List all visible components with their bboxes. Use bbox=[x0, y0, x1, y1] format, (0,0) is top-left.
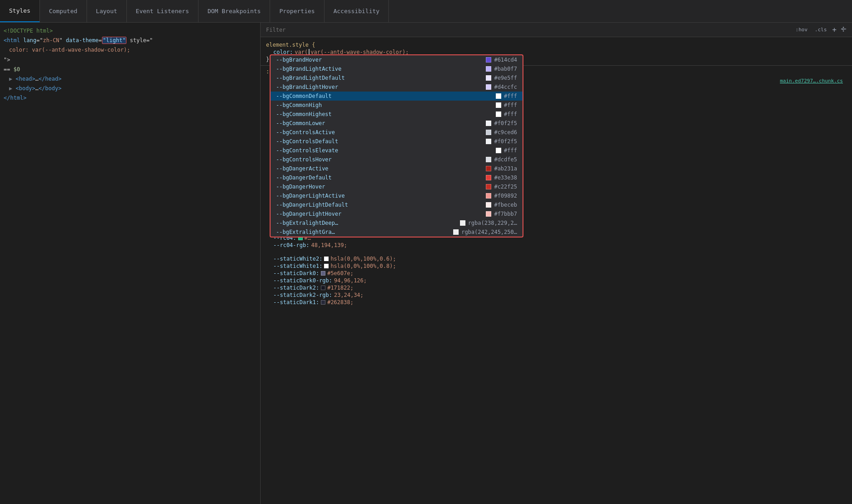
element-style-selector: element.style { bbox=[266, 42, 847, 48]
color-swatch bbox=[486, 75, 491, 81]
css-prop-line: --rc04-rgb: 48,194,139; bbox=[266, 242, 847, 249]
main-content: <!DOCTYPE html> <html lang="zh-CN" data-… bbox=[0, 23, 852, 504]
dom-close-attr: "> bbox=[0, 55, 260, 65]
add-style-button[interactable]: + bbox=[832, 25, 837, 34]
dom-body[interactable]: ▶ <body>…</body> bbox=[0, 84, 260, 93]
css-prop-line: --staticDark0-rgb: 94,96,126; bbox=[266, 277, 847, 284]
autocomplete-item[interactable]: --bgBrandLightHover#d4ccfc bbox=[271, 82, 523, 92]
dom-style-value: color: var(--antd-wave-shadow-color); bbox=[0, 45, 260, 55]
dom-head[interactable]: ▶ <head>…</head> bbox=[0, 74, 260, 84]
color-swatch bbox=[486, 66, 491, 72]
color-swatch bbox=[486, 175, 491, 180]
settings-icon[interactable] bbox=[840, 26, 847, 34]
tab-styles[interactable]: Styles bbox=[0, 0, 40, 22]
color-swatch bbox=[486, 157, 491, 162]
tab-layout[interactable]: Layout bbox=[87, 0, 127, 22]
autocomplete-item[interactable]: --bgDangerLightActive#f09892 bbox=[271, 191, 523, 200]
hov-button[interactable]: :hov bbox=[794, 26, 809, 34]
color-swatch bbox=[324, 257, 329, 261]
tab-event-listeners[interactable]: Event Listeners bbox=[127, 0, 198, 22]
styles-panel: :hov .cls + element.style { bbox=[261, 23, 852, 504]
color-swatch bbox=[486, 84, 491, 90]
autocomplete-item[interactable]: --bgBrandLightDefault#e9e5ff bbox=[271, 73, 523, 82]
bottom-static-props: --staticWhite2: hsla(0,0%,100%,0.6);--st… bbox=[261, 253, 852, 308]
element-style-area: element.style { color: var(var(--antd-wa… bbox=[261, 40, 852, 66]
autocomplete-item[interactable]: --bgCommonLower#f0f2f5 bbox=[271, 119, 523, 128]
color-swatch bbox=[496, 148, 501, 153]
color-swatch bbox=[324, 264, 329, 268]
dom-dollar-eq: == $0 bbox=[0, 65, 260, 74]
autocomplete-item[interactable]: --bgControlsActive#c9ced6 bbox=[271, 128, 523, 137]
cls-button[interactable]: .cls bbox=[813, 26, 829, 34]
color-swatch bbox=[486, 139, 491, 144]
autocomplete-item[interactable]: --bgBrandLightActive#bab0f7 bbox=[271, 64, 523, 73]
tab-accessibility[interactable]: Accessibility bbox=[324, 0, 389, 22]
color-swatch bbox=[453, 229, 459, 235]
color-swatch bbox=[486, 121, 491, 126]
autocomplete-item[interactable]: --bgControlsHover#dcdfe5 bbox=[271, 155, 523, 164]
tab-bar: Styles Computed Layout Event Listeners D… bbox=[0, 0, 852, 23]
css-prop-line: --staticWhite2: hsla(0,0%,100%,0.6); bbox=[266, 255, 847, 262]
autocomplete-dropdown: --bgBrandHover#614cd4--bgBrandLightActiv… bbox=[270, 54, 523, 237]
tab-dom-breakpoints[interactable]: DOM Breakpoints bbox=[198, 0, 270, 22]
autocomplete-item[interactable]: --bgExtralightDeep…rgba(238,229,2… bbox=[271, 218, 523, 228]
dom-html-open[interactable]: <html lang="zh-CN" data-theme="light" st… bbox=[0, 36, 260, 45]
tab-computed[interactable]: Computed bbox=[40, 0, 87, 22]
color-swatch bbox=[496, 93, 501, 99]
color-swatch bbox=[486, 166, 491, 171]
autocomplete-item[interactable]: --bgControlsDefault#f0f2f5 bbox=[271, 137, 523, 146]
dom-panel: <!DOCTYPE html> <html lang="zh-CN" data-… bbox=[0, 23, 261, 504]
autocomplete-item[interactable]: --bgDangerDefault#e33e38 bbox=[271, 173, 523, 182]
autocomplete-item[interactable]: --bgExtralightGra…rgba(242,245,250… bbox=[271, 228, 523, 237]
color-swatch bbox=[486, 193, 491, 199]
css-prop-line: --staticDark2: #171822; bbox=[266, 284, 847, 291]
css-prop-line: --staticDark2-rgb: 23,24,34; bbox=[266, 291, 847, 299]
filter-input[interactable] bbox=[266, 27, 790, 33]
color-swatch bbox=[496, 111, 501, 117]
dom-html-close: </html> bbox=[0, 93, 260, 103]
autocomplete-item[interactable]: --bgDangerHover#c22f25 bbox=[271, 182, 523, 191]
autocomplete-item[interactable]: --bgCommonHighest#fff bbox=[271, 110, 523, 119]
autocomplete-item[interactable]: --bgDangerActive#ab231a bbox=[271, 164, 523, 173]
css-prop-line: --staticWhite1: hsla(0,0%,100%,0.8); bbox=[266, 262, 847, 270]
color-swatch bbox=[486, 184, 491, 189]
svg-point-0 bbox=[842, 28, 844, 30]
color-swatch bbox=[486, 211, 491, 217]
bottom-props-container: --staticWhite2: hsla(0,0%,100%,0.6);--st… bbox=[266, 255, 847, 306]
color-swatch bbox=[460, 220, 465, 226]
color-swatch bbox=[321, 271, 325, 276]
css-prop-line: --staticDark0: #5e607e; bbox=[266, 270, 847, 277]
color-swatch bbox=[496, 102, 501, 108]
css-prop-line: --staticDark1: #262838; bbox=[266, 299, 847, 306]
color-swatch bbox=[486, 202, 491, 208]
color-swatch bbox=[321, 286, 325, 290]
dom-doctype: <!DOCTYPE html> bbox=[0, 26, 260, 36]
color-swatch bbox=[486, 57, 491, 63]
color-swatch bbox=[321, 300, 325, 305]
autocomplete-item[interactable]: --bgCommonDefault#fff bbox=[271, 92, 523, 101]
color-swatch bbox=[486, 130, 491, 135]
tab-properties[interactable]: Properties bbox=[270, 0, 324, 22]
filter-bar: :hov .cls + bbox=[261, 23, 852, 37]
autocomplete-item[interactable]: --bgCommonHigh#fff bbox=[271, 101, 523, 110]
autocomplete-item[interactable]: --bgBrandHover#614cd4 bbox=[271, 55, 523, 64]
autocomplete-item[interactable]: --bgDangerLightDefault#fbeceb bbox=[271, 200, 523, 209]
autocomplete-item[interactable]: --bgDangerLightHover#f7bbb7 bbox=[271, 209, 523, 218]
styles-content: element.style { color: var(var(--antd-wa… bbox=[261, 37, 852, 504]
file-link[interactable]: main.ed7297….chunk.cs bbox=[780, 78, 843, 84]
autocomplete-item[interactable]: --bgControlsElevate#fff bbox=[271, 146, 523, 155]
